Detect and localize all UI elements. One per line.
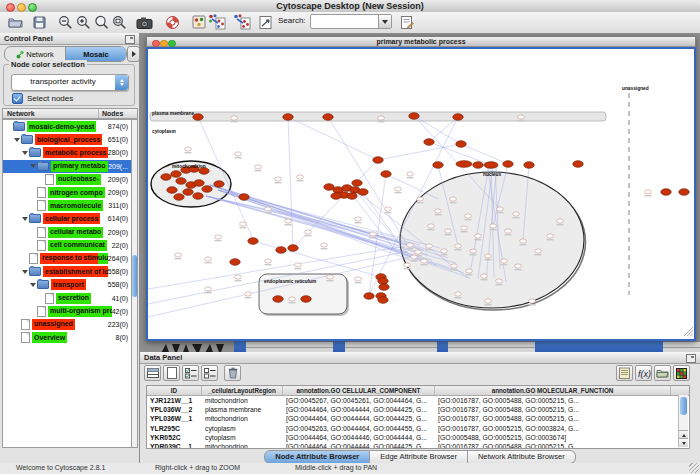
network-node[interactable]: [415, 250, 422, 254]
node-color-dropdown[interactable]: transporter activity: [11, 74, 129, 91]
canvas-resize-grip[interactable]: [690, 333, 693, 336]
canvas-resize-grip[interactable]: [687, 330, 693, 336]
network-window-titlebar[interactable]: primary metabolic process: [146, 36, 696, 47]
tree-row[interactable]: mosaic-demo-yeast874(0): [3, 120, 131, 133]
background-window-fragment[interactable]: [663, 341, 700, 352]
network-node[interactable]: [289, 297, 296, 301]
network-node[interactable]: [484, 162, 498, 169]
network-node[interactable]: [295, 263, 302, 267]
network-node[interactable]: [276, 247, 286, 254]
tab-network-attribute-browser[interactable]: Network Attribute Browser: [468, 450, 576, 464]
table-column-header[interactable]: annotation.GO CELLULAR_COMPONENT: [283, 386, 435, 395]
zoom-view-button[interactable]: [168, 40, 176, 48]
network-node[interactable]: [215, 235, 222, 239]
network-node[interactable]: [407, 172, 414, 176]
network-view-window[interactable]: primary metabolic process plasma membran…: [146, 36, 696, 341]
network-node[interactable]: [481, 274, 488, 278]
close-view-button[interactable]: [152, 40, 160, 48]
new-network-from-selected-nodes-edges-button[interactable]: [208, 13, 226, 31]
network-node[interactable]: [214, 181, 224, 188]
tree-column-nodes[interactable]: Nodes: [102, 110, 123, 117]
network-node[interactable]: [411, 255, 418, 259]
network-node[interactable]: [505, 229, 512, 233]
tree-row[interactable]: primary metabo209(...: [3, 160, 131, 173]
show-all-columns-button[interactable]: [144, 365, 161, 381]
table-row[interactable]: YPL036W__1mitochondrion[GO:0044464, GO:0…: [147, 414, 689, 423]
disclosure-triangle-icon[interactable]: [29, 283, 37, 287]
delete-attribute-button[interactable]: [224, 365, 241, 381]
network-node[interactable]: [529, 299, 536, 303]
network-node[interactable]: [466, 269, 473, 273]
network-node[interactable]: [255, 165, 262, 169]
network-node[interactable]: [441, 249, 448, 253]
disclosure-triangle-icon[interactable]: [21, 151, 29, 155]
network-node[interactable]: [161, 174, 171, 181]
table-column-header[interactable]: _cellularLayoutRegion: [202, 386, 283, 395]
network-node[interactable]: [557, 219, 564, 223]
tree-row[interactable]: response to stimulu264(0): [3, 252, 131, 265]
network-node[interactable]: [193, 114, 203, 121]
tab-network[interactable]: Network: [5, 47, 65, 61]
network-node[interactable]: [373, 157, 383, 164]
tree-row[interactable]: Overview8(0): [3, 331, 131, 344]
network-node[interactable]: [331, 193, 341, 200]
network-node[interactable]: [239, 194, 249, 201]
tab-node-attribute-browser[interactable]: Node Attribute Browser: [264, 450, 370, 464]
network-node[interactable]: [273, 296, 283, 303]
table-row[interactable]: YPL036W__2plasma membrane[GO:0044464, GO…: [147, 405, 689, 414]
table-row[interactable]: YDR039C__1mitochondrion[GO:0044464, GO:0…: [147, 442, 689, 449]
network-node[interactable]: [275, 177, 282, 181]
network-node[interactable]: [428, 224, 435, 228]
network-node[interactable]: [305, 230, 312, 234]
tab-overflow-arrow[interactable]: [127, 46, 140, 62]
table-scrollbar-thumb[interactable]: [680, 397, 687, 415]
network-node[interactable]: [370, 232, 377, 236]
network-node[interactable]: [283, 114, 293, 121]
network-canvas[interactable]: plasma membranecytoplasmmitochondrionnuc…: [148, 49, 694, 339]
network-node[interactable]: [352, 180, 362, 187]
network-node[interactable]: [456, 141, 466, 148]
network-node[interactable]: [661, 189, 671, 196]
network-node[interactable]: [240, 222, 247, 226]
open-attributes-button[interactable]: [654, 365, 671, 381]
select-attributes-button[interactable]: [182, 365, 199, 381]
network-node[interactable]: [378, 297, 388, 304]
unselect-attributes-button[interactable]: [201, 365, 218, 381]
network-node[interactable]: [193, 193, 203, 200]
network-node[interactable]: [679, 189, 689, 196]
new-attribute-button[interactable]: [163, 365, 180, 381]
table-row[interactable]: YKR052Ccytoplasm[GO:0044464, GO:0044446,…: [147, 433, 689, 442]
tree-row[interactable]: biological_process651(0): [3, 133, 131, 146]
network-node[interactable]: [285, 219, 292, 223]
network-node[interactable]: [456, 161, 472, 168]
network-node[interactable]: [385, 207, 392, 211]
background-window-fragment[interactable]: [234, 341, 246, 352]
network-node[interactable]: [231, 116, 238, 120]
network-node[interactable]: [450, 197, 457, 201]
network-node[interactable]: [573, 161, 583, 168]
network-node[interactable]: [288, 245, 298, 252]
network-node[interactable]: [465, 214, 472, 218]
zoom-out-button[interactable]: [56, 13, 74, 31]
tree-row[interactable]: establishment of lo558(0): [3, 265, 131, 278]
network-node[interactable]: [470, 249, 477, 253]
network-node[interactable]: [485, 299, 492, 303]
network-node[interactable]: [245, 292, 252, 296]
network-node[interactable]: [503, 161, 513, 168]
network-node[interactable]: [297, 175, 304, 179]
network-node[interactable]: [475, 234, 482, 238]
network-edge[interactable]: [206, 196, 394, 237]
tree-row[interactable]: multi-organism pro42(0): [3, 305, 131, 318]
tree-row[interactable]: cellular process614(0): [3, 212, 131, 225]
network-node[interactable]: [547, 234, 554, 238]
tree-row[interactable]: metabolic process280(0): [3, 146, 131, 159]
network-node[interactable]: [379, 284, 389, 291]
close-window-button[interactable]: [6, 3, 15, 12]
table-column-header[interactable]: ID: [147, 386, 202, 395]
network-node[interactable]: [496, 279, 503, 283]
network-edge[interactable]: [253, 241, 381, 277]
network-node[interactable]: [513, 212, 520, 216]
network-node[interactable]: [490, 224, 497, 228]
background-window-fragment[interactable]: [333, 341, 345, 352]
network-node[interactable]: [515, 264, 522, 268]
